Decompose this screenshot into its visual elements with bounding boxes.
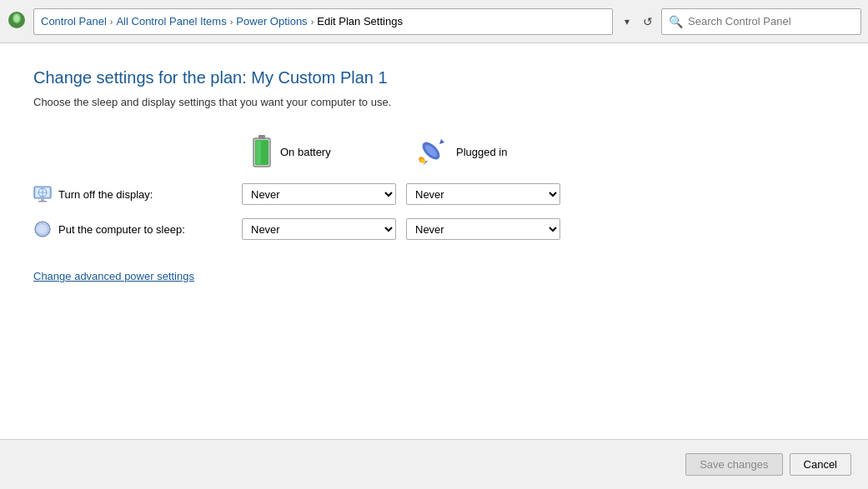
- main-content: Change settings for the plan: My Custom …: [0, 43, 868, 439]
- plugged-in-header: Plugged in: [413, 136, 575, 167]
- page-title: Change settings for the plan: My Custom …: [33, 68, 835, 87]
- page-subtitle: Choose the sleep and display settings th…: [33, 96, 835, 108]
- advanced-power-settings-link[interactable]: Change advanced power settings: [33, 270, 194, 282]
- svg-point-24: [36, 225, 46, 233]
- svg-rect-19: [41, 198, 44, 201]
- search-box: 🔍: [661, 8, 861, 35]
- search-input[interactable]: [688, 15, 854, 27]
- plugged-in-icon: [413, 136, 449, 167]
- breadcrumb-sep-3: ›: [311, 17, 314, 27]
- breadcrumb-sep-1: ›: [110, 17, 113, 27]
- battery-icon: [250, 133, 273, 170]
- svg-point-2: [14, 15, 19, 22]
- on-battery-label: On battery: [280, 146, 331, 158]
- app-logo: [7, 10, 30, 32]
- sleep-icon: [33, 220, 52, 238]
- nav-controls: ▾ ↺: [620, 12, 658, 32]
- refresh-button[interactable]: ↺: [638, 12, 658, 32]
- breadcrumb-dropdown-button[interactable]: ▾: [620, 12, 635, 31]
- sleep-selects: Never 1 minute2 minutes5 minutes 10 minu…: [242, 218, 560, 240]
- breadcrumb-edit-plan: Edit Plan Settings: [317, 15, 403, 27]
- sleep-label: Put the computer to sleep:: [58, 223, 242, 236]
- display-plugged-in-select[interactable]: Never 1 minute2 minutes5 minutes 10 minu…: [406, 183, 560, 205]
- display-label: Turn off the display:: [58, 188, 242, 201]
- svg-rect-6: [256, 141, 261, 164]
- breadcrumb: Control Panel › All Control Panel Items …: [33, 8, 613, 35]
- display-icon: [33, 185, 52, 203]
- svg-marker-9: [439, 139, 444, 144]
- display-selects: Never 1 minute2 minutes5 minutes 10 minu…: [242, 183, 560, 205]
- display-setting-row: Turn off the display: Never 1 minute2 mi…: [33, 183, 835, 205]
- save-changes-button[interactable]: Save changes: [685, 453, 782, 476]
- breadcrumb-sep-2: ›: [230, 17, 233, 27]
- settings-header: On battery Plugged in: [250, 133, 835, 170]
- breadcrumb-power-options[interactable]: Power Options: [236, 15, 307, 27]
- svg-rect-4: [258, 135, 265, 139]
- breadcrumb-all-items[interactable]: All Control Panel Items: [116, 15, 226, 27]
- sleep-on-battery-select[interactable]: Never 1 minute2 minutes5 minutes 10 minu…: [242, 218, 396, 240]
- plugged-in-label: Plugged in: [456, 146, 507, 158]
- on-battery-header: On battery: [250, 133, 413, 170]
- svg-rect-20: [38, 201, 47, 202]
- cancel-button[interactable]: Cancel: [790, 453, 851, 476]
- footer: Save changes Cancel: [0, 439, 868, 489]
- breadcrumb-control-panel[interactable]: Control Panel: [41, 15, 107, 27]
- display-on-battery-select[interactable]: Never 1 minute2 minutes5 minutes 10 minu…: [242, 183, 396, 205]
- search-icon: 🔍: [669, 15, 683, 28]
- nav-bar: Control Panel › All Control Panel Items …: [0, 0, 868, 43]
- sleep-plugged-in-select[interactable]: Never 1 minute2 minutes5 minutes 10 minu…: [406, 218, 560, 240]
- sleep-setting-row: Put the computer to sleep: Never 1 minut…: [33, 218, 835, 240]
